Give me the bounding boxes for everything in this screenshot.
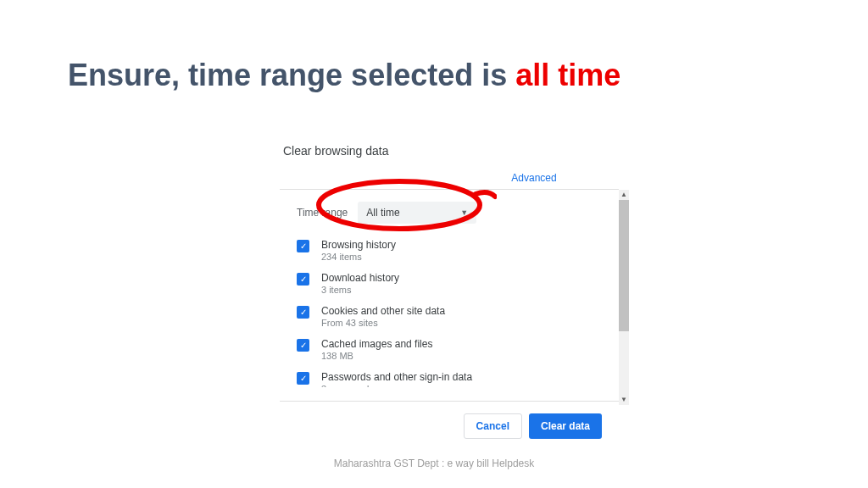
check-icon: ✓ — [300, 308, 307, 317]
list-item: ✓ Cookies and other site data From 43 si… — [297, 305, 602, 328]
item-text: Download history 3 items — [321, 272, 399, 295]
dialog-title: Clear browsing data — [280, 136, 619, 166]
list-item: ✓ Download history 3 items — [297, 272, 602, 295]
item-sub: 3 items — [321, 285, 399, 295]
item-title: Download history — [321, 272, 399, 284]
item-sub: 234 items — [321, 252, 396, 262]
item-text: Cached images and files 138 MB — [321, 338, 432, 361]
time-range-label: Time range — [297, 207, 348, 219]
item-title: Cached images and files — [321, 338, 432, 350]
slide-footer-text: Maharashtra GST Dept : e way bill Helpde… — [0, 458, 868, 469]
tab-advanced[interactable]: Advanced — [449, 166, 619, 189]
check-icon: ✓ — [300, 275, 307, 284]
scrollbar[interactable]: ▲ ▼ — [619, 190, 629, 405]
scroll-thumb[interactable] — [619, 200, 629, 331]
scroll-down-icon[interactable]: ▼ — [619, 395, 629, 405]
item-text: Passwords and other sign-in data 3 passw… — [321, 371, 472, 387]
clear-browsing-data-dialog: Clear browsing data Basic Advanced Time … — [280, 136, 619, 439]
dialog-footer: Cancel Clear data — [280, 401, 619, 439]
chevron-down-icon: ▼ — [460, 208, 468, 217]
item-title: Browsing history — [321, 239, 396, 251]
check-icon: ✓ — [300, 242, 307, 251]
title-highlight: all time — [515, 58, 620, 92]
checkbox-cached[interactable]: ✓ — [297, 339, 309, 352]
checkbox-cookies[interactable]: ✓ — [297, 306, 309, 319]
dialog-tabs: Basic Advanced — [280, 166, 619, 190]
scroll-up-icon[interactable]: ▲ — [619, 190, 629, 200]
item-sub: 138 MB — [321, 351, 432, 361]
check-icon: ✓ — [300, 374, 307, 383]
data-type-list: ✓ Browsing history 234 items ✓ Download … — [297, 239, 602, 387]
list-item: ✓ Cached images and files 138 MB — [297, 338, 602, 361]
time-range-row: Time range All time ▼ — [297, 202, 602, 224]
item-title: Cookies and other site data — [321, 305, 445, 317]
checkbox-passwords[interactable]: ✓ — [297, 372, 309, 385]
item-title: Passwords and other sign-in data — [321, 371, 472, 383]
item-text: Cookies and other site data From 43 site… — [321, 305, 445, 328]
title-prefix: Ensure, time range selected is — [68, 58, 515, 92]
slide-title: Ensure, time range selected is all time — [68, 58, 620, 93]
checkbox-download-history[interactable]: ✓ — [297, 273, 309, 286]
list-item: ✓ Browsing history 234 items — [297, 239, 602, 262]
time-range-value: All time — [366, 207, 399, 219]
cancel-button[interactable]: Cancel — [464, 413, 522, 439]
check-icon: ✓ — [300, 341, 307, 350]
clear-data-button[interactable]: Clear data — [529, 413, 602, 439]
time-range-select[interactable]: All time ▼ — [358, 202, 476, 224]
item-text: Browsing history 234 items — [321, 239, 396, 262]
list-item: ✓ Passwords and other sign-in data 3 pas… — [297, 371, 602, 387]
item-sub: From 43 sites — [321, 318, 445, 328]
dialog-content: Time range All time ▼ ✓ Browsing history… — [280, 190, 619, 394]
item-sub: 3 passwords — [321, 384, 472, 387]
checkbox-browsing-history[interactable]: ✓ — [297, 240, 309, 252]
